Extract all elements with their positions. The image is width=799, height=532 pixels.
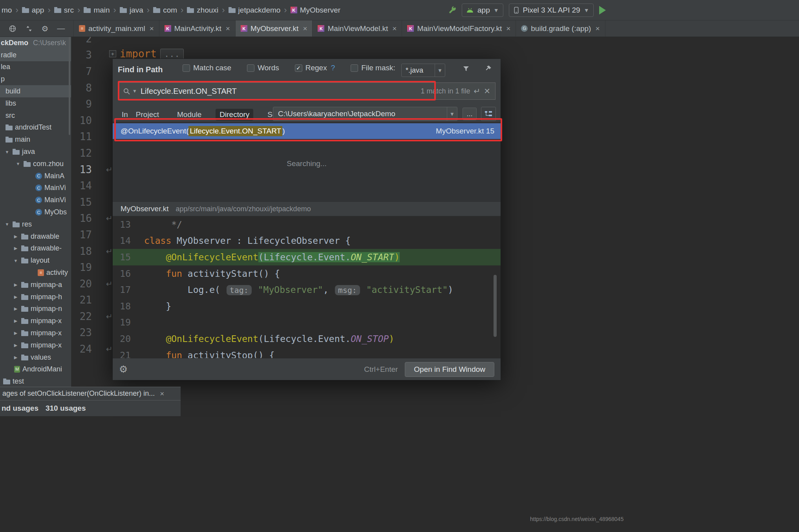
chevron-right-icon[interactable]: ▶ [13,331,19,336]
directory-path-combo[interactable]: C:\Users\kaaryachen\JetpackDemo ▼ [273,107,457,121]
chevron-right-icon[interactable]: ▶ [13,318,19,324]
project-tree-row[interactable]: androidTest [0,122,71,134]
scope-module[interactable]: Module [173,109,205,121]
globe-icon[interactable] [9,25,16,33]
chevron-down-icon[interactable]: ▼ [4,222,10,227]
find-results-tab[interactable]: ages of setOnClickListener(OnClickListen… [0,387,181,400]
project-tree-row[interactable]: CMainA [0,170,71,182]
chevron-right-icon[interactable]: ▶ [13,234,19,239]
project-tree-row[interactable]: src [0,110,71,122]
close-icon[interactable]: × [392,24,397,33]
chevron-right-icon[interactable]: ▶ [13,294,19,300]
newline-icon[interactable]: ↵ [474,86,480,96]
search-result-row[interactable]: @OnLifecycleEvent(Lifecycle.Event.ON_STA… [113,123,501,139]
checkbox[interactable] [247,64,254,72]
device-selector[interactable]: Pixel 3 XL API 29 ▼ [509,4,594,17]
chevron-down-icon[interactable]: ▼ [132,88,137,94]
project-tree-row[interactable]: ▶mipmap-n [0,303,71,315]
gear-icon[interactable]: ⚙ [41,24,48,33]
breadcrumb-item[interactable]: KMyObserver [291,6,340,15]
scrollbar[interactable] [69,37,70,135]
project-tree-row[interactable]: ▶values [0,351,71,364]
project-tree-row[interactable]: ▶mipmap-h [0,291,71,303]
chevron-down-icon[interactable]: ▼ [13,258,19,263]
chevron-right-icon[interactable]: ▶ [13,306,19,311]
project-tree-row[interactable]: ▶mipmap-x [0,339,71,351]
editor-tab[interactable]: KMainActivity.kt× [159,20,236,37]
project-tree-row[interactable]: ▶mipmap-x [0,315,71,327]
project-tree-row[interactable]: ▼com.zhou [0,158,71,170]
find-option-words[interactable]: Words [247,64,279,72]
project-tree-row[interactable]: ▼res [0,218,71,230]
fold-expand-icon[interactable]: + [109,50,116,57]
search-input[interactable]: ▼ Lifecycle.Event.ON_START 1 match in 1 … [118,82,495,100]
scope-directory[interactable]: Directory [216,109,253,121]
project-tree-row[interactable]: ▶mipmap-a [0,279,71,291]
project-tree-row[interactable]: build [0,85,71,97]
breadcrumb-item[interactable]: main [84,6,110,15]
chevron-down-icon[interactable]: ▼ [15,161,21,166]
close-icon[interactable]: × [303,24,307,33]
close-icon[interactable]: × [595,24,600,33]
hide-panel-icon[interactable]: — [57,24,65,33]
filter-icon[interactable] [462,65,470,73]
scrollbar[interactable] [494,275,497,337]
project-tree-row[interactable]: CMyObs [0,206,71,218]
wrench-icon[interactable] [448,6,456,15]
chevron-down-icon[interactable]: ▼ [435,64,445,77]
project-tree-row[interactable]: MAndroidMani [0,364,71,376]
chevron-right-icon[interactable]: ▶ [13,246,19,251]
chevron-down-icon[interactable]: ▼ [447,107,457,121]
gear-icon[interactable]: ⚙ [119,364,128,375]
editor-tab[interactable]: ≡activity_main.xml× [74,20,159,37]
project-tree-row[interactable]: ckDemoC:\Users\k [0,37,71,49]
close-icon[interactable]: × [150,24,154,33]
editor-tab[interactable]: KMainViewModelFactory.kt× [402,20,516,37]
file-mask-combo[interactable]: *.java ▼ [401,64,445,77]
breadcrumb-item[interactable]: app [22,6,44,15]
editor-tab[interactable]: KMyObserver.kt× [236,20,313,37]
project-tree-row[interactable]: ▶mipmap-x [0,327,71,339]
close-icon[interactable]: × [160,389,164,398]
browse-button[interactable]: ... [463,108,477,120]
folded-code-placeholder[interactable]: ... [160,49,184,59]
open-in-find-window-button[interactable]: Open in Find Window [405,362,494,377]
project-tree-row[interactable]: ▶drawable [0,230,71,243]
project-tree-row[interactable]: radle [0,49,71,61]
clear-search-icon[interactable]: ✕ [484,86,490,96]
project-tree-row[interactable]: CMainVi [0,182,71,194]
project-tree-row[interactable]: ▼java [0,146,71,158]
project-tree-row[interactable]: ≡activity [0,267,71,279]
project-tree-row[interactable]: CMainVi [0,194,71,206]
close-icon[interactable]: × [506,24,510,33]
find-option-match-case[interactable]: Match case [183,64,231,72]
editor-tab[interactable]: Gbuild.gradle (:app)× [516,20,605,37]
scope-project[interactable]: Project [132,109,163,121]
chevron-right-icon[interactable]: ▶ [13,355,19,360]
find-option-file-mask-[interactable]: File mask: [351,64,395,72]
project-tree-row[interactable]: p [0,73,71,85]
directory-structure-button[interactable] [481,107,496,121]
run-button[interactable] [599,6,606,15]
chevron-right-icon[interactable]: ▶ [13,282,19,287]
project-tree-row[interactable]: lea [0,61,71,73]
project-tree-row[interactable]: ▼layout [0,254,71,267]
project-tree-row[interactable]: ▶drawable- [0,243,71,255]
chevron-right-icon[interactable]: ▶ [13,343,19,348]
breadcrumb-item[interactable]: jetpackdemo [229,6,281,15]
find-option-regex[interactable]: ✓Regex? [295,64,335,72]
close-icon[interactable]: × [226,24,230,33]
editor-tab[interactable]: KMainViewModel.kt× [313,20,402,37]
checkbox[interactable] [183,64,190,72]
breadcrumb-item[interactable]: java [120,6,143,15]
sort-icon[interactable] [25,25,33,33]
project-tree-row[interactable]: main [0,133,71,146]
project-tree-row[interactable]: test [0,375,71,387]
run-config-selector[interactable]: app ▼ [462,4,503,17]
help-link[interactable]: ? [331,64,335,72]
checkbox[interactable] [351,64,358,72]
chevron-down-icon[interactable]: ▼ [4,150,10,154]
project-tree-row[interactable]: libs [0,97,71,110]
breadcrumb-item[interactable]: zhouxi [187,6,218,15]
pin-icon[interactable] [484,65,492,73]
